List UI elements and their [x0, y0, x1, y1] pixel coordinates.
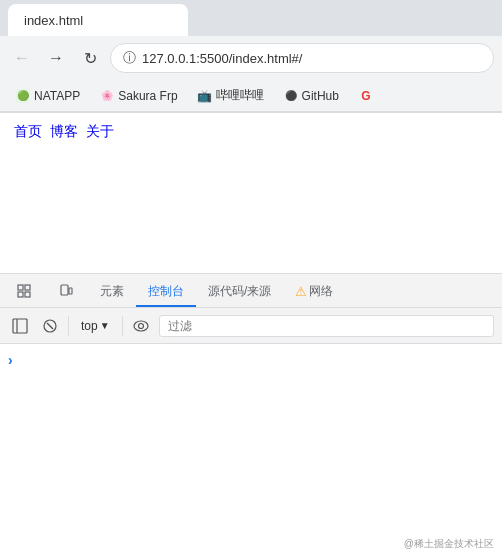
forward-button[interactable]: →	[42, 44, 70, 72]
tab-sources-label: 源代码/来源	[208, 283, 271, 300]
bookmark-github-label: GitHub	[302, 89, 339, 103]
g-favicon: G	[359, 89, 373, 103]
page-links: 首页 博客 关于	[14, 123, 488, 141]
bookmark-natapp-label: NATAPP	[34, 89, 80, 103]
back-button[interactable]: ←	[8, 44, 36, 72]
clear-console-button[interactable]	[38, 314, 62, 338]
svg-rect-3	[25, 292, 30, 297]
tab-network-label: 网络	[309, 283, 333, 300]
link-home[interactable]: 首页	[14, 123, 42, 141]
nav-bar: ← → ↻ ⓘ 127.0.0.1:5500/index.html#/	[0, 36, 502, 80]
tab-title: index.html	[24, 13, 83, 28]
tab-elements-label: 元素	[100, 283, 124, 300]
browser-chrome: index.html ← → ↻ ⓘ 127.0.0.1:5500/index.…	[0, 0, 502, 113]
context-top-label: top	[81, 319, 98, 333]
lock-icon: ⓘ	[123, 49, 136, 67]
svg-rect-4	[61, 285, 68, 295]
prompt-icon: ›	[8, 352, 13, 368]
bookmark-bilibili-label: 哔哩哔哩	[216, 87, 264, 104]
toolbar-divider-2	[122, 316, 123, 336]
bookmark-g[interactable]: G	[351, 86, 381, 106]
tab-device[interactable]	[46, 277, 88, 307]
sidebar-toggle-button[interactable]	[8, 314, 32, 338]
context-selector[interactable]: top ▼	[75, 315, 116, 337]
sakura-favicon: 🌸	[100, 89, 114, 103]
svg-point-10	[134, 321, 148, 331]
link-about[interactable]: 关于	[86, 123, 114, 141]
tab-console-label: 控制台	[148, 283, 184, 300]
bookmark-github[interactable]: ⚫ GitHub	[276, 86, 347, 106]
svg-rect-5	[69, 288, 72, 294]
eye-button[interactable]	[129, 314, 153, 338]
bookmarks-bar: 🟢 NATAPP 🌸 Sakura Frp 📺 哔哩哔哩 ⚫ GitHub G	[0, 80, 502, 112]
svg-rect-2	[18, 292, 23, 297]
tab-bar: index.html	[0, 0, 502, 36]
devtools-tabs: 元素 控制台 源代码/来源 ⚠ 网络	[0, 274, 502, 308]
bookmark-natapp[interactable]: 🟢 NATAPP	[8, 86, 88, 106]
svg-rect-6	[13, 319, 27, 333]
tab-console[interactable]: 控制台	[136, 277, 196, 307]
page-content: 首页 博客 关于	[0, 113, 502, 273]
bookmark-bilibili[interactable]: 📺 哔哩哔哩	[190, 84, 272, 107]
svg-point-11	[138, 323, 143, 328]
network-warning-icon: ⚠	[295, 284, 307, 299]
inspector-icon	[16, 283, 32, 299]
bookmark-sakura[interactable]: 🌸 Sakura Frp	[92, 86, 185, 106]
tab-elements[interactable]: 元素	[88, 277, 136, 307]
svg-rect-1	[25, 285, 30, 290]
natapp-favicon: 🟢	[16, 89, 30, 103]
bilibili-favicon: 📺	[198, 89, 212, 103]
svg-rect-0	[18, 285, 23, 290]
bookmark-sakura-label: Sakura Frp	[118, 89, 177, 103]
address-bar[interactable]: ⓘ 127.0.0.1:5500/index.html#/	[110, 43, 494, 73]
address-text: 127.0.0.1:5500/index.html#/	[142, 51, 302, 66]
devtools-panel: 元素 控制台 源代码/来源 ⚠ 网络 top ▼	[0, 273, 502, 553]
toolbar-divider	[68, 316, 69, 336]
device-icon	[58, 283, 74, 299]
active-tab[interactable]: index.html	[8, 4, 188, 36]
filter-input[interactable]	[159, 315, 494, 337]
tab-sources[interactable]: 源代码/来源	[196, 277, 283, 307]
tab-network[interactable]: ⚠ 网络	[283, 277, 345, 307]
chevron-down-icon: ▼	[100, 320, 110, 331]
watermark: @稀土掘金技术社区	[404, 537, 494, 551]
tab-inspector[interactable]	[4, 277, 46, 307]
console-area: ›	[0, 344, 502, 553]
github-favicon: ⚫	[284, 89, 298, 103]
devtools-toolbar: top ▼	[0, 308, 502, 344]
link-blog[interactable]: 博客	[50, 123, 78, 141]
svg-line-9	[47, 323, 53, 329]
reload-button[interactable]: ↻	[76, 44, 104, 72]
console-prompt-line: ›	[8, 348, 494, 372]
